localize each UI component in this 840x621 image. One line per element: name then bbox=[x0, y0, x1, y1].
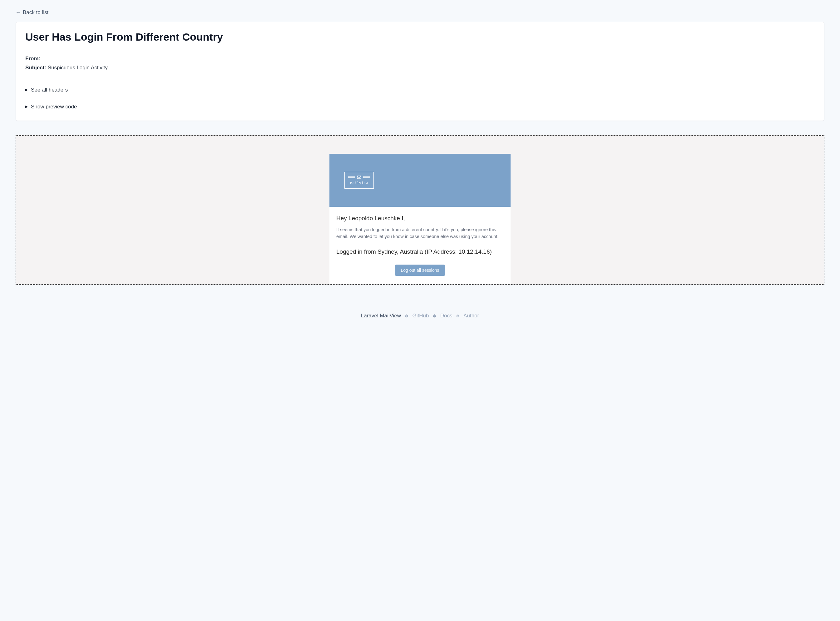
show-preview-code-label: Show preview code bbox=[31, 104, 77, 110]
footer-separator-icon: ✻ bbox=[433, 314, 436, 318]
from-label: From: bbox=[25, 56, 40, 62]
see-all-headers-label: See all headers bbox=[31, 87, 68, 93]
mail-title: User Has Login From Different Country bbox=[25, 31, 815, 43]
logo-lines-right-icon bbox=[363, 177, 370, 179]
email-body: Hey Leopoldo Leuschke I, It seems that y… bbox=[329, 207, 511, 285]
footer-separator-icon: ✻ bbox=[456, 314, 460, 318]
svg-rect-0 bbox=[357, 176, 361, 179]
back-label: Back to list bbox=[23, 9, 48, 16]
footer-separator-icon: ✻ bbox=[405, 314, 408, 318]
show-preview-code-toggle[interactable]: Show preview code bbox=[25, 102, 815, 112]
email-greeting: Hey Leopoldo Leuschke I, bbox=[336, 215, 504, 222]
footer-brand: Laravel MailView bbox=[361, 313, 401, 319]
mail-detail-card: User Has Login From Different Country Fr… bbox=[16, 22, 824, 121]
back-to-list-link[interactable]: ← Back to list bbox=[16, 9, 48, 16]
subject-label: Subject: bbox=[25, 65, 46, 71]
email-header: MailView bbox=[329, 154, 511, 207]
subject-row: Subject: Suspicuous Login Activity bbox=[25, 64, 815, 73]
footer-link-github[interactable]: GitHub bbox=[412, 313, 429, 319]
from-row: From: bbox=[25, 55, 815, 64]
subject-value: Suspicuous Login Activity bbox=[48, 65, 108, 71]
arrow-left-icon: ← bbox=[16, 9, 21, 16]
email-login-info: Logged in from Sydney, Australia (IP Add… bbox=[336, 248, 504, 255]
email-container: MailView Hey Leopoldo Leuschke I, It see… bbox=[329, 154, 511, 285]
email-preview-frame: MailView Hey Leopoldo Leuschke I, It see… bbox=[16, 135, 824, 285]
mailview-logo: MailView bbox=[344, 172, 374, 189]
logo-lines-left-icon bbox=[348, 177, 355, 179]
logout-all-sessions-button[interactable]: Log out all sessions bbox=[395, 265, 446, 276]
logo-text: MailView bbox=[351, 181, 368, 185]
logo-graphic bbox=[348, 175, 370, 180]
see-all-headers-toggle[interactable]: See all headers bbox=[25, 85, 815, 95]
footer-link-author[interactable]: Author bbox=[464, 313, 479, 319]
envelope-icon bbox=[357, 175, 361, 180]
email-body-text: It seems that you logged in from a diffe… bbox=[336, 226, 504, 240]
footer-link-docs[interactable]: Docs bbox=[440, 313, 452, 319]
page-footer: Laravel MailView ✻ GitHub ✻ Docs ✻ Autho… bbox=[16, 313, 824, 319]
